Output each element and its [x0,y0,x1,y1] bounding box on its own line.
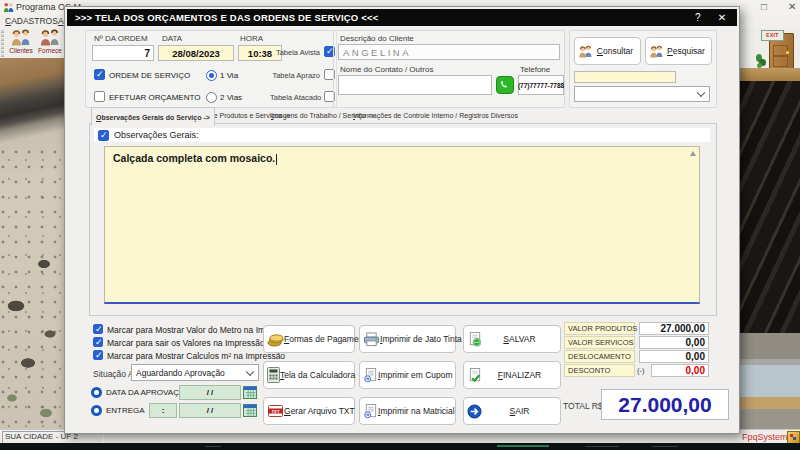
formas-pagamento-label: Formas de Pagamento [284,334,370,344]
search-client-icon [649,45,664,58]
situacao-value: Aguardando Aprovação [136,368,225,378]
exit-arrow-icon [467,404,482,419]
ordem-servico-checkbox[interactable] [94,69,105,80]
dialog-body: Nº DA ORDEM 7 DATA 28/08/2023 HORA 10:38… [67,27,737,431]
sair-label: SAIR [482,406,557,416]
valor-produtos-label: VALOR PRODUTOS [564,322,635,335]
aprovacao-calendar-button[interactable] [243,385,257,399]
deslocamento-label: DESLOCAMENTO [564,350,635,363]
print-metro-checkbox[interactable] [93,324,103,334]
printer-icon [363,332,380,347]
finalizar-label: FINALIZAR [482,370,557,380]
whatsapp-icon [499,79,511,91]
close-button-main[interactable]: ✕ [788,1,796,12]
tab-observacoes[interactable]: Observações Gerais do Serviço -> [91,107,215,126]
salvar-button[interactable]: SALVAR [463,325,561,353]
toolbar-gripper [1,30,4,60]
via1-label: 1 Via [220,71,238,80]
entrega-calendar-button[interactable] [243,403,257,417]
entrega-time-field[interactable]: : [149,403,177,418]
observacoes-checkbox[interactable] [98,130,109,141]
chevron-down-icon [246,367,254,375]
contact-name-label: Nome do Contato / Outros [340,65,433,74]
entrega-date-field[interactable]: / / [179,403,241,418]
desconto-value[interactable]: 0,00 [651,364,709,377]
chevron-down-icon [697,89,705,97]
order-number-label: Nº DA ORDEM [94,34,148,43]
gerar-txt-button[interactable]: TXT Gerar Arquivo TXT [263,397,355,425]
tabela-avista-label: Tabela Avista [270,48,320,57]
date-field[interactable]: 28/08/2023 [158,45,234,61]
document-print-icon [363,368,378,383]
imprimir-matricial-label: Imprimir na Matricial [378,406,455,416]
client-description-field[interactable]: ANGELINA [338,44,560,60]
app-icon [3,2,14,13]
entrega-bullet[interactable] [91,405,102,416]
print-valores-checkbox[interactable] [93,337,103,347]
phone-field[interactable]: (77)77777-7788 [518,75,564,95]
client-description-label: Descrição do Cliente [340,34,414,43]
imprimir-matricial-button[interactable]: Imprimir na Matricial [359,397,456,425]
tela-calculadora-button[interactable]: Tela da Calculadora [263,361,355,389]
txt-file-icon: TXT [267,404,284,418]
imprimir-cupom-label: Imprimir em Cupom [378,370,453,380]
exit-sign: EXIT [761,30,784,41]
clients-icon [10,29,32,46]
print-calculos-checkbox[interactable] [93,350,103,360]
help-button[interactable]: ? [691,12,705,23]
tab-controle-interno[interactable]: Informações de Controle Interno / Regist… [349,107,522,123]
aprovacao-bullet[interactable] [91,387,102,398]
contact-name-field[interactable] [338,75,492,95]
save-icon [467,332,482,347]
consult-client-icon [578,45,593,58]
situacao-dropdown[interactable]: Aguardando Aprovação [131,364,259,381]
formas-pagamento-button[interactable]: Formas de Pagamento [263,325,355,353]
via2-radio[interactable] [206,92,217,103]
maximize-button[interactable]: □ [761,1,767,12]
service-order-dialog: >>> TELA DOS ORÇAMENTOS E DAS ORDENS DE … [64,6,740,434]
client-group: Descrição do Cliente ANGELINA Nome do Co… [333,30,565,108]
total-label: TOTAL R$ [563,401,603,411]
imprimir-jato-label: Imprimir de Jato Tinta [380,334,462,344]
whatsapp-button[interactable] [496,76,514,94]
consultar-label: Consultar [593,46,637,56]
phone-label: Telefone [520,65,550,74]
coins-icon [267,331,284,347]
toolbar-fornecedores-label: Fornece [38,47,62,54]
dialog-title: >>> TELA DOS ORÇAMENTOS E DAS ORDENS DE … [75,12,379,23]
status-brand: FpqSystem [742,432,788,442]
sair-button[interactable]: SAIR [463,397,561,425]
search-group: Consultar Pesquisar [569,30,717,108]
search-highlight-field[interactable] [574,71,676,83]
dialog-titlebar[interactable]: >>> TELA DOS ORÇAMENTOS E DAS ORDENS DE … [67,9,737,26]
close-button-dialog[interactable]: ✕ [715,12,729,23]
observacoes-textarea[interactable]: Calçada completa com mosaico. [104,146,700,304]
tabela-atacado-label: Tabela Atacado [270,93,320,102]
desconto-prefix: (-) [637,366,645,375]
menu-cadastros[interactable]: CADASTROS [5,16,58,26]
efetuar-orcamento-checkbox[interactable] [94,91,105,102]
aprovacao-date-field[interactable]: / / [179,385,241,400]
document-print-icon [363,404,378,419]
print-calculos-label: Marcar para Mostrar Calculos m² na Impre… [107,351,285,361]
imprimir-cupom-button[interactable]: Imprimir em Cupom [359,361,456,389]
scroll-up-icon[interactable] [690,151,696,156]
finalizar-button[interactable]: FINALIZAR [463,361,561,389]
imprimir-jato-button[interactable]: Imprimir de Jato Tinta [359,325,456,353]
valor-servicos-value[interactable]: 0,00 [639,336,709,349]
exit-program-button[interactable]: EXIT [756,30,796,70]
ordem-servico-label: ORDEM DE SERVIÇO [109,71,190,80]
order-number-field[interactable]: 7 [92,45,154,61]
total-value: 27.000,00 [601,389,729,420]
valor-produtos-value[interactable]: 27.000,00 [639,322,709,335]
order-group: Nº DA ORDEM 7 DATA 28/08/2023 HORA 10:38… [85,30,337,108]
pesquisar-button[interactable]: Pesquisar [645,37,712,65]
entrega-label: ENTREGA [106,406,145,415]
taskbar [0,443,800,450]
consultar-button[interactable]: Consultar [574,37,641,65]
deslocamento-value[interactable]: 0,00 [639,350,709,363]
tabela-aprazo-label: Tabela Aprazo [270,71,320,80]
observacoes-header: Observações Gerais: [94,128,710,142]
via1-radio[interactable] [206,70,217,81]
client-select-dropdown[interactable] [574,86,710,102]
